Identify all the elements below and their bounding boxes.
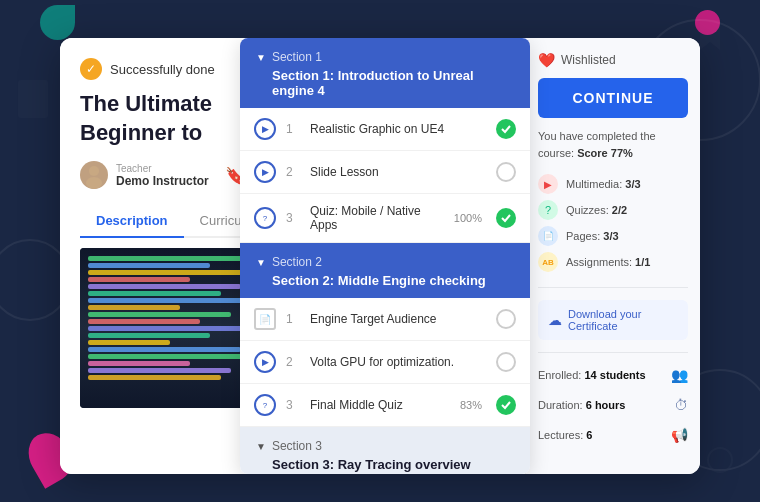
section2-header[interactable]: ▼ Section 2 Section 2: Middle Engine che… [240,243,530,298]
lesson-item[interactable]: ▶ 2 Slide Lesson [240,151,530,194]
svg-point-5 [708,448,732,472]
section1-arrow: ▼ [256,52,266,63]
code-line [88,284,241,289]
code-line [88,305,180,310]
section3-num: Section 3 [272,439,322,453]
clock-icon: ⏱ [674,397,688,413]
code-line [88,375,221,380]
stat-pages: 📄 Pages: 3/3 [538,223,688,249]
code-line [88,298,261,303]
svg-point-7 [86,177,102,189]
lesson-item[interactable]: 📄 1 Engine Target Audience [240,298,530,341]
quiz-icon: ? [254,207,276,229]
tab-description[interactable]: Description [80,205,184,238]
lesson-item[interactable]: ? 3 Quiz: Mobile / Native Apps 100% [240,194,530,243]
section2-num: Section 2 [272,255,322,269]
section3-arrow: ▼ [256,441,266,452]
lesson-item[interactable]: ▶ 2 Volta GPU for optimization. [240,341,530,384]
check-complete [496,119,516,139]
progress-text: You have completed the course: Score 77% [538,128,688,161]
section1-header[interactable]: ▼ Section 1 Section 1: Introduction to U… [240,38,530,108]
lesson-badge: 100% [454,212,482,224]
main-card: ✓ Successfully done The Ultimate Beginne… [60,38,700,474]
success-text: Successfully done [110,62,215,77]
curriculum-dropdown: ▼ Section 1 Section 1: Introduction to U… [240,38,530,474]
code-line [88,277,190,282]
lectures-row: Lectures: 6 📢 [538,425,688,445]
success-icon: ✓ [80,58,102,80]
wishlist-text: Wishlisted [561,53,616,67]
code-line [88,340,170,345]
code-line [88,361,190,366]
code-line [88,319,200,324]
section3-header[interactable]: ▼ Section 3 Section 3: Ray Tracing overv… [240,427,530,474]
divider [538,287,688,288]
bg-decoration-pink2 [695,10,720,35]
code-line [88,263,210,268]
instructor-info: Teacher Demo Instructor [80,161,209,189]
code-line [88,368,231,373]
check-outline [496,352,516,372]
duration-row: Duration: 6 hours ⏱ [538,395,688,415]
download-text: Download your Certificate [568,308,678,332]
quiz-icon: ? [254,394,276,416]
lesson-item[interactable]: ▶ 1 Realistic Graphic on UE4 [240,108,530,151]
play-icon: ▶ [254,351,276,373]
section1-num: Section 1 [272,50,322,64]
stat-quizzes: ? Quizzes: 2/2 [538,197,688,223]
multimedia-icon: ▶ [538,174,558,194]
check-complete [496,208,516,228]
play-icon: ▶ [254,118,276,140]
section2-title: Section 2: Middle Engine checking [256,273,514,288]
pages-icon: 📄 [538,226,558,246]
stats-section: ▶ Multimedia: 3/3 ? Quizzes: 2/2 📄 Pages… [538,171,688,275]
code-line [88,312,231,317]
continue-button[interactable]: CONTINUE [538,78,688,118]
enrolled-row: Enrolled: 14 students 👥 [538,365,688,385]
code-line [88,326,251,331]
section3-title: Section 3: Ray Tracing overview [256,457,514,472]
heart-icon: ❤️ [538,52,555,68]
section2-arrow: ▼ [256,257,266,268]
check-outline [496,309,516,329]
wishlist-row: ❤️ Wishlisted [538,52,688,68]
quiz-stat-icon: ? [538,200,558,220]
download-icon: ☁ [548,312,562,328]
lesson-item[interactable]: ? 3 Final Middle Quiz 83% [240,384,530,427]
right-panel: ❤️ Wishlisted CONTINUE You have complete… [525,38,700,474]
svg-point-6 [89,166,99,176]
code-line [88,333,210,338]
avatar [80,161,108,189]
play-icon: ▶ [254,161,276,183]
section1-title: Section 1: Introduction to Unreal engine… [256,68,514,98]
check-outline [496,162,516,182]
lectures-icon: 📢 [671,427,688,443]
download-certificate-button[interactable]: ☁ Download your Certificate [538,300,688,340]
assignments-icon: AB [538,252,558,272]
stat-multimedia: ▶ Multimedia: 3/3 [538,171,688,197]
instructor-name: Demo Instructor [116,174,209,188]
doc-icon: 📄 [254,308,276,330]
svg-rect-3 [18,80,48,118]
code-line [88,256,251,261]
code-line [88,347,241,352]
students-icon: 👥 [671,367,688,383]
check-complete [496,395,516,415]
divider2 [538,352,688,353]
bg-decoration-teal [40,5,75,40]
code-line [88,291,221,296]
stat-assignments: AB Assignments: 1/1 [538,249,688,275]
instructor-label: Teacher [116,163,209,174]
lesson-badge: 83% [460,399,482,411]
